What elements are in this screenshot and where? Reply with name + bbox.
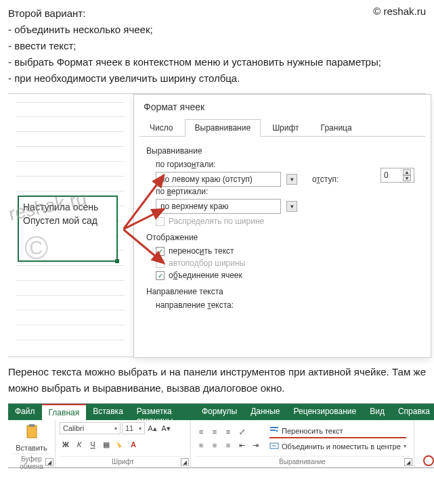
horizontal-value: по левому краю (отступ) (160, 175, 253, 184)
spin-down-icon[interactable]: ▼ (403, 175, 411, 181)
align-right-icon[interactable]: ≡ (222, 439, 234, 451)
intro-bullet-1: - объединить несколько ячеек; (8, 22, 426, 38)
intro-bullet-3: - выбрать Формат ячеек в контекстном мен… (8, 54, 426, 70)
intro-bullet-4: - при необходимости увеличить ширину сто… (8, 70, 426, 87)
autofit-checkbox: автоподбор ширины (156, 258, 418, 268)
bold-button[interactable]: Ж (60, 438, 72, 451)
vertical-combo[interactable]: по верхнему краю (156, 199, 281, 214)
font-launcher-icon[interactable]: ◢ (181, 458, 189, 466)
svg-rect-6 (270, 430, 276, 431)
increase-indent-icon[interactable]: ⇥ (249, 439, 261, 451)
watermark-copyright: © (24, 229, 48, 267)
horizontal-dropdown-icon[interactable]: ▾ (286, 174, 297, 185)
align-center-icon[interactable]: ≡ (209, 439, 221, 451)
ribbon-tab-view[interactable]: Вид (363, 404, 391, 420)
font-size-combo[interactable]: 11▾ (122, 422, 145, 434)
distribute-label: Распределять по ширине (169, 216, 264, 226)
alignment-launcher-icon[interactable]: ◢ (404, 458, 412, 466)
annotation-circle (423, 455, 434, 466)
align-middle-icon[interactable]: ≡ (209, 426, 221, 438)
ribbon-group-clipboard: Вставить Буфер обмена ◢ (8, 420, 56, 467)
fill-color-icon[interactable] (114, 438, 126, 451)
intro-heading: Второй вариант: (8, 5, 426, 22)
checkbox-checked-icon: ✓ (156, 247, 165, 256)
svg-rect-5 (270, 427, 278, 428)
horizontal-label: по горизонтали: (156, 160, 418, 169)
svg-rect-4 (29, 424, 35, 427)
alignment-section-label: Выравнивание (146, 146, 418, 156)
checkbox-checked-icon: ✓ (156, 271, 165, 280)
mid-paragraph: Перенос текста можно выбрать и на панели… (8, 364, 426, 396)
borders-icon[interactable]: ▦ (100, 438, 112, 451)
ribbon-group-font: Calibri▾ 11▾ A▴ A▾ Ж К Ч ▦ A Шрифт (56, 420, 191, 467)
wrap-text-icon (269, 426, 279, 436)
align-top-icon[interactable]: ≡ (195, 426, 207, 438)
ribbon-tab-layout[interactable]: Разметка страницы (130, 404, 195, 420)
autofit-label: автоподбор ширины (169, 258, 245, 268)
italic-button[interactable]: К (73, 438, 85, 451)
wrap-text-label: переносить текст (169, 246, 234, 256)
tab-border[interactable]: Граница (311, 119, 362, 136)
increase-font-icon[interactable]: A▴ (146, 422, 158, 434)
orientation-icon[interactable]: ⤢ (236, 426, 248, 438)
paste-icon[interactable] (22, 422, 41, 441)
dialog-screenshot: Наступила осень Опустел мой сад reshak.r… (8, 93, 426, 357)
tab-number[interactable]: Число (139, 119, 183, 136)
vertical-value: по верхнему краю (160, 202, 229, 211)
ribbon-tab-home[interactable]: Главная (42, 404, 87, 420)
font-group-label: Шрифт (60, 456, 186, 465)
watermark-top: © reshak.ru (373, 5, 426, 17)
merge-icon (269, 441, 279, 452)
dialog-title: Формат ячеек (134, 95, 431, 116)
merge-dropdown-icon[interactable]: ▾ (404, 443, 406, 449)
tab-alignment[interactable]: Выравнивание (185, 119, 261, 137)
vertical-dropdown-icon[interactable]: ▾ (286, 201, 297, 212)
merge-center-label: Объединить и поместить в центре (282, 442, 401, 451)
cell-line-1: Наступила осень (23, 201, 112, 214)
tab-font[interactable]: Шрифт (262, 119, 309, 136)
indent-spinner[interactable]: 0 ▲▼ (381, 168, 414, 183)
decrease-indent-icon[interactable]: ⇤ (236, 439, 248, 451)
checkbox-icon (156, 217, 165, 226)
svg-rect-3 (27, 426, 37, 438)
ribbon-screenshot: Файл Главная Вставка Разметка страницы Ф… (8, 403, 434, 468)
align-bottom-icon[interactable]: ≡ (222, 426, 234, 438)
align-left-icon[interactable]: ≡ (195, 439, 207, 451)
clipboard-launcher-icon[interactable]: ◢ (45, 458, 53, 466)
intro-bullet-2: - ввести текст; (8, 38, 426, 54)
ribbon-tab-data[interactable]: Данные (244, 404, 286, 420)
wrap-text-checkbox[interactable]: ✓ переносить текст (156, 246, 418, 256)
ribbon-tab-help[interactable]: Справка (391, 404, 434, 420)
display-section-label: Отображение (146, 233, 418, 242)
merge-center-button[interactable]: Объединить и поместить в центре ▾ (269, 441, 406, 452)
vertical-label: по вертикали: (156, 187, 418, 196)
spin-up-icon[interactable]: ▲ (403, 169, 411, 175)
font-color-icon[interactable]: A (127, 438, 139, 451)
indent-value: 0 (384, 170, 389, 180)
ribbon-tab-formulas[interactable]: Формулы (195, 404, 244, 420)
ribbon-group-alignment: ≡ ≡ ≡ ⤢ ≡ ≡ ≡ ⇤ ⇥ (191, 420, 414, 467)
ribbon-tab-file[interactable]: Файл (8, 404, 42, 420)
font-name-combo[interactable]: Calibri▾ (60, 422, 121, 434)
indent-label: отступ: (312, 175, 339, 184)
dialog-tabs: Число Выравнивание Шрифт Граница (139, 119, 425, 137)
format-cells-dialog: Формат ячеек Число Выравнивание Шрифт Гр… (133, 94, 431, 358)
ribbon-tab-insert[interactable]: Вставка (86, 404, 130, 420)
merge-cells-label: объединение ячеек (169, 271, 242, 280)
merge-cells-checkbox[interactable]: ✓ объединение ячеек (156, 271, 418, 280)
paste-label: Вставить (16, 444, 47, 452)
cell-line-2: Опустел мой сад (23, 214, 112, 228)
fill-handle[interactable] (115, 259, 119, 263)
decrease-font-icon[interactable]: A▾ (160, 422, 172, 434)
textdir-section-label: Направление текста (146, 287, 418, 296)
alignment-group-label: Выравнивание (195, 456, 410, 465)
distribute-checkbox: Распределять по ширине (156, 216, 418, 226)
underline-button[interactable]: Ч (87, 438, 99, 451)
ribbon-tab-review[interactable]: Рецензирование (287, 404, 364, 420)
intro-text: Второй вариант: - объединить несколько я… (8, 5, 426, 87)
wrap-text-button[interactable]: Переносить текст (269, 426, 406, 438)
wrap-text-label: Переносить текст (282, 427, 343, 435)
checkbox-icon (156, 259, 165, 268)
horizontal-combo[interactable]: по левому краю (отступ) (156, 172, 281, 187)
textdir-label: направление текста: (156, 300, 418, 310)
